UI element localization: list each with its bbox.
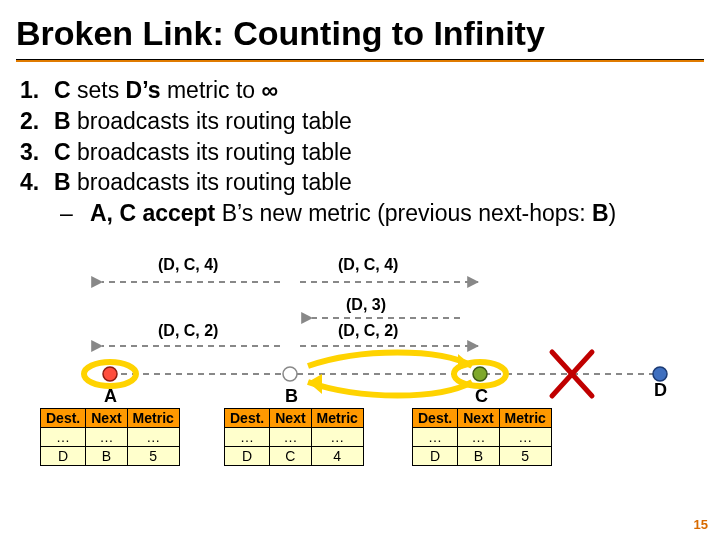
table-A-h0: Dest. bbox=[41, 409, 86, 428]
table-B: Dest. Next Metric … … … D C 4 bbox=[224, 408, 364, 466]
table-A-r1c0: D bbox=[41, 447, 86, 466]
table-B-h1: Next bbox=[270, 409, 311, 428]
table-C-r0c0: … bbox=[413, 428, 458, 447]
step-1-text: C sets D’s metric to ∞ bbox=[54, 76, 278, 105]
step-3-text: C broadcasts its routing table bbox=[54, 138, 352, 167]
table-B-r1c0: D bbox=[225, 447, 270, 466]
table-B-r0c0: … bbox=[225, 428, 270, 447]
table-C-h2: Metric bbox=[499, 409, 551, 428]
step-4-text: B broadcasts its routing table bbox=[54, 168, 352, 197]
table-A-h2: Metric bbox=[127, 409, 179, 428]
svg-point-12 bbox=[473, 367, 487, 381]
step-4-sub-text: A, C accept B’s new metric (previous nex… bbox=[90, 199, 616, 228]
diagram: (D, C, 4) (D, C, 4) (D, 3) (D, C, 2) (D,… bbox=[40, 256, 680, 516]
node-C-name: C bbox=[475, 386, 488, 407]
table-A: Dest. Next Metric … … … D B 5 bbox=[40, 408, 180, 466]
steps-list: 1. C sets D’s metric to ∞ 2. B broadcast… bbox=[16, 76, 704, 197]
step-4-sub: – A, C accept B’s new metric (previous n… bbox=[60, 199, 704, 228]
table-A-r1c2: 5 bbox=[127, 447, 179, 466]
node-D-name: D bbox=[654, 380, 667, 401]
table-A-r0c1: … bbox=[86, 428, 127, 447]
step-3: 3. C broadcasts its routing table bbox=[20, 138, 704, 167]
page-number: 15 bbox=[694, 517, 708, 532]
step-4-num: 4. bbox=[20, 168, 54, 197]
step-2-num: 2. bbox=[20, 107, 54, 136]
step-2: 2. B broadcasts its routing table bbox=[20, 107, 704, 136]
step-4-sub-dash: – bbox=[60, 199, 90, 228]
table-A-r1c1: B bbox=[86, 447, 127, 466]
table-C-r0c1: … bbox=[458, 428, 499, 447]
node-A-name: A bbox=[104, 386, 117, 407]
table-C-r1c1: B bbox=[458, 447, 499, 466]
step-3-num: 3. bbox=[20, 138, 54, 167]
step-1-num: 1. bbox=[20, 76, 54, 105]
table-B-r1c1: C bbox=[270, 447, 311, 466]
table-C-r0c2: … bbox=[499, 428, 551, 447]
table-C-h0: Dest. bbox=[413, 409, 458, 428]
svg-point-10 bbox=[103, 367, 117, 381]
table-B-r1c2: 4 bbox=[311, 447, 363, 466]
svg-point-13 bbox=[653, 367, 667, 381]
svg-point-11 bbox=[283, 367, 297, 381]
table-C-r1c0: D bbox=[413, 447, 458, 466]
node-B-name: B bbox=[285, 386, 298, 407]
table-B-h2: Metric bbox=[311, 409, 363, 428]
step-1: 1. C sets D’s metric to ∞ bbox=[20, 76, 704, 105]
step-4: 4. B broadcasts its routing table bbox=[20, 168, 704, 197]
table-B-h0: Dest. bbox=[225, 409, 270, 428]
table-C-h1: Next bbox=[458, 409, 499, 428]
table-A-r0c2: … bbox=[127, 428, 179, 447]
table-A-r0c0: … bbox=[41, 428, 86, 447]
table-B-r0c2: … bbox=[311, 428, 363, 447]
table-C-r1c2: 5 bbox=[499, 447, 551, 466]
step-2-text: B broadcasts its routing table bbox=[54, 107, 352, 136]
slide-title: Broken Link: Counting to Infinity bbox=[0, 0, 720, 59]
table-A-h1: Next bbox=[86, 409, 127, 428]
table-C: Dest. Next Metric … … … D B 5 bbox=[412, 408, 552, 466]
table-B-r0c1: … bbox=[270, 428, 311, 447]
